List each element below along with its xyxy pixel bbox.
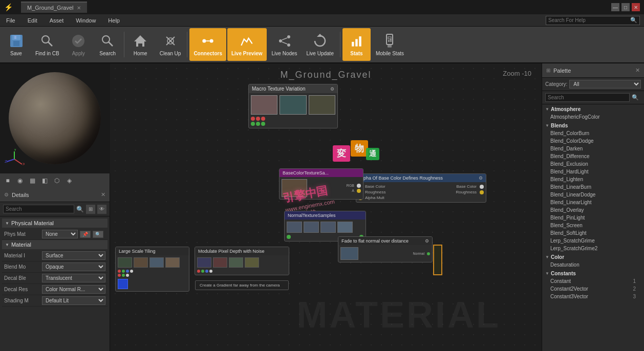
palette-item-constant3vector[interactable]: Constant3Vector 3 bbox=[542, 293, 644, 300]
palette-item-blend-hardlight[interactable]: Blend_HardLight bbox=[542, 168, 644, 175]
live-update-label: Live Update bbox=[307, 51, 334, 56]
shading-model-dropdown[interactable]: Default Lit bbox=[42, 296, 105, 305]
large-scale-node[interactable]: Large Scale Tiling bbox=[115, 247, 189, 292]
palette-item-constant2vector[interactable]: Constant2Vector 2 bbox=[542, 285, 644, 293]
palette-item-blend-colorburn[interactable]: Blend_ColorBurn bbox=[542, 129, 644, 137]
graph-area[interactable]: M_Ground_Gravel Zoom -10 MATERIAL Macro … bbox=[110, 63, 542, 351]
zoom-label: Zoom -10 bbox=[503, 70, 531, 77]
svg-point-20 bbox=[287, 43, 290, 47]
palette-item-blend-screen[interactable]: Blend_Screen bbox=[542, 222, 644, 229]
maximize-button[interactable]: □ bbox=[621, 3, 630, 11]
live-update-button[interactable]: Live Update bbox=[303, 28, 338, 61]
menu-file[interactable]: File bbox=[4, 16, 17, 25]
blend-mode-dropdown[interactable]: Opaque bbox=[42, 262, 105, 271]
connectors-button[interactable]: Connectors bbox=[189, 28, 226, 61]
view-solid-button[interactable]: ■ bbox=[2, 175, 13, 186]
palette-item-blend-lighten[interactable]: Blend_Lighten bbox=[542, 175, 644, 183]
details-search-input[interactable] bbox=[3, 205, 74, 213]
svg-point-7 bbox=[102, 36, 110, 43]
document-tab[interactable]: M_Ground_Gravel ✕ bbox=[21, 2, 87, 13]
alpha-base-color-node[interactable]: Alpha Of Base Color Defines Roughness ⚙ … bbox=[356, 173, 486, 203]
palette-item-blend-softlight[interactable]: Blend_SoftLight bbox=[542, 229, 644, 237]
pin: Normal bbox=[413, 252, 430, 255]
modulate-depth-node[interactable]: Modulate Pixel Depth with Noise Create a… bbox=[195, 247, 289, 275]
palette-item-lerp-scratchgrime[interactable]: Lerp_ScratchGrime bbox=[542, 237, 644, 245]
svg-line-5 bbox=[48, 42, 52, 46]
section-arrow: ▼ bbox=[5, 221, 9, 226]
live-preview-button[interactable]: Live Preview bbox=[227, 28, 267, 61]
details-grid-view-button[interactable]: ⊞ bbox=[86, 205, 95, 214]
mobile-stats-button[interactable]: Mobile Stats bbox=[372, 28, 408, 61]
color-section[interactable]: ▼ Color bbox=[542, 252, 644, 261]
mobile-stats-label: Mobile Stats bbox=[376, 51, 404, 56]
decal-res-dropdown[interactable]: Color Normal R... bbox=[42, 285, 105, 294]
material-type-dropdown[interactable]: Surface bbox=[42, 251, 105, 260]
minimize-button[interactable]: — bbox=[611, 3, 619, 11]
blend-mode-label: Blend Mo bbox=[4, 264, 40, 270]
material-section[interactable]: ▼ Material bbox=[2, 240, 108, 249]
decal-blend-dropdown[interactable]: Translucent bbox=[42, 274, 105, 282]
graph-title: M_Ground_Gravel bbox=[280, 70, 371, 80]
view-grid-button[interactable]: ▦ bbox=[27, 175, 38, 186]
constants-label: Constants bbox=[551, 271, 576, 276]
search-help-input[interactable] bbox=[546, 17, 628, 23]
phys-mat-dropdown[interactable]: None bbox=[42, 230, 78, 238]
phys-mat-pin-button[interactable]: 📌 bbox=[80, 231, 91, 238]
live-nodes-button[interactable]: Live Nodes bbox=[268, 28, 302, 61]
find-in-cb-button[interactable]: Find in CB bbox=[31, 28, 63, 61]
palette-item-blend-darken[interactable]: Blend_Darken bbox=[542, 145, 644, 152]
palette-item-blend-overlay[interactable]: Blend_Overlay bbox=[542, 206, 644, 214]
menu-edit[interactable]: Edit bbox=[26, 16, 39, 25]
decoration-node-3: 通 bbox=[366, 148, 379, 160]
save-button[interactable]: Save bbox=[2, 28, 30, 61]
palette-item-blend-exclusion[interactable]: Blend_Exclusion bbox=[542, 160, 644, 168]
view-wire-button[interactable]: ◉ bbox=[14, 175, 26, 186]
details-panel: ⚙ Details ✕ 🔍 ⊞ 👁 ▼ Physical Material Ph… bbox=[0, 188, 110, 351]
view-shaded-button[interactable]: ⬡ bbox=[51, 175, 62, 186]
tab-close-icon[interactable]: ✕ bbox=[77, 5, 81, 11]
apply-button[interactable]: Apply bbox=[65, 28, 93, 61]
clean-up-button[interactable]: Clean Up bbox=[156, 28, 185, 61]
pin: Roughness bbox=[456, 190, 484, 194]
base-color-texture-node[interactable]: BaseColorTextureSa... RGB A bbox=[279, 168, 363, 200]
palette-item-constant[interactable]: Constant 1 bbox=[542, 277, 644, 285]
palette-item-blend-pinlight[interactable]: Blend_PinLight bbox=[542, 214, 644, 222]
shading-model-row: Shading M Default Lit bbox=[2, 295, 108, 306]
blends-section[interactable]: ▼ Blends bbox=[542, 121, 644, 129]
home-button[interactable]: Home bbox=[126, 28, 155, 61]
macro-texture-node[interactable]: Macro Texture Variation ⚙ bbox=[248, 84, 338, 128]
view-realtime-button[interactable]: ◈ bbox=[63, 175, 75, 186]
palette-item-desaturation[interactable]: Desaturation bbox=[542, 261, 644, 269]
palette-item-blend-linearburn[interactable]: Blend_LinearBurn bbox=[542, 183, 644, 191]
menu-help[interactable]: Help bbox=[106, 16, 122, 25]
svg-line-22 bbox=[282, 42, 287, 44]
phys-mat-search-button[interactable]: 🔍 bbox=[93, 231, 103, 238]
fade-normal-node[interactable]: Fade to flat normal over distance ⚙ Norm… bbox=[338, 236, 433, 262]
palette-close-button[interactable]: ✕ bbox=[635, 67, 640, 74]
details-close-button[interactable]: ✕ bbox=[101, 191, 105, 198]
connectors-label: Connectors bbox=[194, 51, 222, 56]
stats-button[interactable]: Stats bbox=[342, 28, 371, 61]
view-uv-button[interactable]: ◧ bbox=[39, 175, 50, 186]
palette-item-blend-linearlight[interactable]: Blend_LinearLight bbox=[542, 199, 644, 206]
large-scale-title: Large Scale Tiling bbox=[116, 247, 189, 255]
close-button[interactable]: ✕ bbox=[632, 3, 640, 11]
pin bbox=[256, 117, 260, 121]
category-dropdown[interactable]: All Atmosphere Blends Color Constants bbox=[569, 80, 641, 89]
material-type-row: Material I Surface bbox=[2, 250, 108, 261]
constants-section[interactable]: ▼ Constants bbox=[542, 269, 644, 277]
palette-item-blend-difference[interactable]: Blend_Difference bbox=[542, 152, 644, 160]
palette-item-blend-colordodge[interactable]: Blend_ColorDodge bbox=[542, 137, 644, 145]
search-help-icon[interactable]: 🔍 bbox=[628, 17, 639, 24]
palette-item-atmospheric-fog[interactable]: AtmosphericFogColor bbox=[542, 113, 644, 121]
menu-window[interactable]: Window bbox=[74, 16, 98, 25]
physical-material-section[interactable]: ▼ Physical Material bbox=[2, 218, 108, 228]
atmosphere-section[interactable]: ▼ Atmosphere bbox=[542, 104, 644, 113]
search-button[interactable]: Search bbox=[94, 28, 122, 61]
menu-asset[interactable]: Asset bbox=[48, 16, 66, 25]
palette-item-blend-lineardodge[interactable]: Blend_LinearDodge bbox=[542, 191, 644, 199]
palette-item-lerp-scratchgrime2[interactable]: Lerp_ScratchGrime2 bbox=[542, 245, 644, 252]
svg-rect-33 bbox=[390, 39, 392, 42]
palette-search-input[interactable] bbox=[545, 93, 630, 102]
details-eye-button[interactable]: 👁 bbox=[97, 205, 106, 214]
